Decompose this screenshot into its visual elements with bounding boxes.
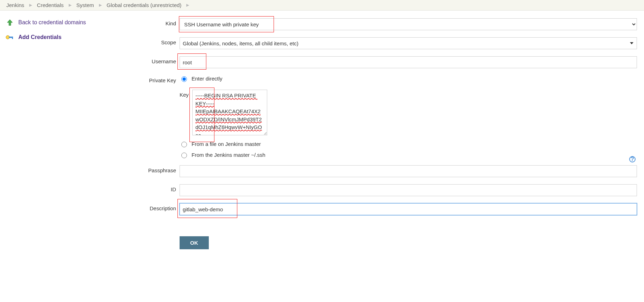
chevron-right-icon: ▶ — [99, 3, 102, 7]
scope-label: Scope — [144, 37, 180, 45]
ok-button[interactable]: OK — [180, 236, 209, 249]
main-panel: Kind SSH Username with private key Scope… — [109, 11, 644, 263]
breadcrumb-credentials[interactable]: Credentials — [37, 2, 64, 8]
username-label: Username — [144, 56, 180, 64]
add-credentials-label: Add Credentials — [18, 34, 62, 40]
description-label: Description — [144, 203, 180, 211]
kind-label: Kind — [109, 18, 180, 26]
help-icon[interactable]: ? — [629, 156, 636, 162]
add-credentials-link[interactable]: Add Credentials — [6, 33, 104, 41]
pk-from-ssh-label: From the Jenkins master ~/.ssh — [192, 152, 265, 158]
kind-select[interactable]: SSH Username with private key — [180, 18, 637, 30]
breadcrumb: Jenkins ▶ Credentials ▶ System ▶ Global … — [0, 0, 644, 11]
pk-from-file-label: From a file on Jenkins master — [192, 141, 261, 147]
svg-rect-2 — [12, 37, 13, 39]
privatekey-label: Private Key — [144, 75, 180, 83]
pk-from-ssh-option[interactable]: From the Jenkins master ~/.ssh — [180, 152, 267, 158]
pk-from-file-radio[interactable] — [181, 142, 187, 147]
description-input[interactable] — [180, 203, 637, 215]
key-label: Key — [180, 90, 192, 136]
pk-from-file-option[interactable]: From a file on Jenkins master — [180, 141, 267, 147]
pk-enter-directly-option[interactable]: Enter directly — [180, 75, 267, 82]
side-panel: Back to credential domains Add Credentia… — [0, 11, 109, 263]
key-icon — [6, 33, 14, 41]
up-arrow-icon — [6, 18, 14, 27]
pk-from-ssh-radio[interactable] — [181, 153, 187, 158]
breadcrumb-jenkins[interactable]: Jenkins — [6, 2, 24, 8]
breadcrumb-system[interactable]: System — [76, 2, 94, 8]
username-input[interactable] — [180, 56, 637, 68]
back-to-domains-link[interactable]: Back to credential domains — [6, 18, 104, 27]
passphrase-input[interactable] — [180, 165, 637, 177]
privatekey-radio-group: Enter directly Key From a file on Jenkin… — [180, 75, 267, 158]
chevron-right-icon: ▶ — [69, 3, 71, 7]
chevron-right-icon: ▶ — [186, 3, 189, 7]
pk-enter-directly-radio[interactable] — [181, 76, 187, 82]
id-label: ID — [144, 184, 180, 192]
passphrase-label: Passphrase — [144, 165, 180, 173]
scope-select[interactable]: Global (Jenkins, nodes, items, all child… — [180, 37, 637, 49]
id-input[interactable] — [180, 184, 637, 196]
back-to-domains-label: Back to credential domains — [18, 19, 86, 26]
breadcrumb-global[interactable]: Global credentials (unrestricted) — [107, 2, 182, 8]
chevron-right-icon: ▶ — [29, 3, 32, 7]
pk-enter-directly-label: Enter directly — [192, 76, 223, 82]
key-textarea[interactable] — [192, 90, 267, 135]
